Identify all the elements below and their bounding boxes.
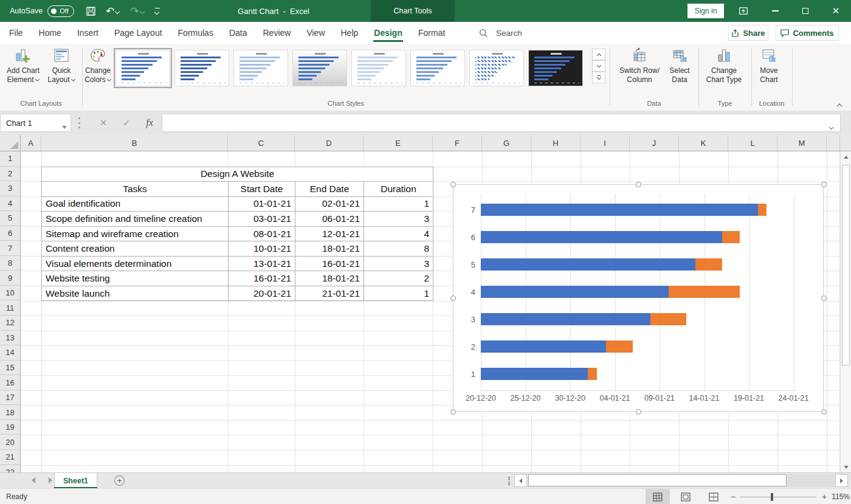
column-header-B[interactable]: B	[41, 135, 228, 151]
menu-tab-design[interactable]: Design	[366, 22, 410, 44]
row-header-7[interactable]: 7	[0, 241, 20, 256]
gallery-scroll-up-button[interactable]	[592, 49, 605, 60]
cell[interactable]: Scope definition and timeline creation	[42, 212, 229, 227]
bar-segment-duration[interactable]	[650, 313, 686, 325]
gantt-chart[interactable]: 20-12-2025-12-2030-12-2004-01-2109-01-21…	[453, 184, 824, 412]
column-header-G[interactable]: G	[482, 135, 531, 151]
menu-tab-review[interactable]: Review	[255, 22, 299, 44]
cell[interactable]: 1	[364, 286, 433, 302]
scroll-right-arrow-icon[interactable]	[835, 474, 848, 487]
menu-tab-home[interactable]: Home	[31, 22, 69, 44]
row-header-19[interactable]: 19	[0, 420, 20, 435]
menu-tab-file[interactable]: File	[1, 22, 31, 44]
insert-function-button[interactable]: fx	[140, 114, 159, 132]
chart-style-thumbnail-4[interactable]	[292, 50, 347, 86]
cell[interactable]: 8	[364, 241, 433, 257]
menu-tab-page-layout[interactable]: Page Layout	[106, 22, 170, 44]
maximize-button[interactable]	[792, 0, 819, 22]
row-header-14[interactable]: 14	[0, 345, 20, 361]
ribbon-display-options-button[interactable]	[730, 0, 757, 22]
cell[interactable]: 20-01-21	[229, 286, 295, 302]
formula-bar-resize-handle[interactable]	[78, 117, 80, 128]
chart-style-thumbnail-6[interactable]	[410, 50, 465, 86]
sign-in-button[interactable]: Sign in	[687, 4, 724, 18]
column-header-L[interactable]: L	[728, 135, 777, 151]
bar-segment-duration[interactable]	[588, 368, 597, 380]
menu-tab-view[interactable]: View	[298, 22, 332, 44]
scroll-up-arrow-icon[interactable]	[841, 151, 851, 162]
cell[interactable]: 01-01-21	[229, 197, 295, 212]
column-header-D[interactable]: D	[295, 135, 363, 151]
chart-style-thumbnail-5[interactable]	[351, 50, 406, 86]
grid-area[interactable]: Design A WebsiteTasksStart DateEnd DateD…	[21, 151, 851, 472]
cell[interactable]: Content creation	[42, 241, 229, 257]
formula-bar-expand-icon[interactable]	[829, 122, 834, 133]
row-header-5[interactable]: 5	[0, 211, 20, 226]
row-header-10[interactable]: 10	[0, 286, 20, 301]
cell[interactable]: 02-01-21	[295, 197, 364, 212]
close-button[interactable]: ✕	[822, 0, 849, 22]
row-header-17[interactable]: 17	[0, 390, 20, 406]
autosave-toggle[interactable]: Off	[47, 5, 74, 17]
row-header-13[interactable]: 13	[0, 331, 20, 346]
normal-view-button[interactable]	[646, 489, 670, 504]
cell-title[interactable]: Design A Website	[42, 167, 433, 182]
cell[interactable]: 12-01-21	[295, 227, 364, 242]
select-data-button[interactable]: Select Data	[664, 46, 695, 85]
selection-handle[interactable]	[450, 295, 456, 301]
next-sheet-arrow-icon[interactable]	[49, 477, 52, 483]
tab-scrollbar-splitter[interactable]	[508, 477, 510, 485]
bar-segment-start[interactable]	[481, 258, 695, 271]
bar-segment-start[interactable]	[481, 286, 669, 298]
new-sheet-button[interactable]: +	[114, 475, 125, 486]
cell[interactable]: Visual elements determination	[42, 257, 229, 272]
column-header-E[interactable]: E	[363, 135, 433, 151]
vertical-scroll-thumb[interactable]	[842, 165, 850, 365]
zoom-slider[interactable]	[740, 497, 816, 498]
selection-handle[interactable]	[636, 182, 641, 187]
sheet-tab-sheet1[interactable]: Sheet1	[54, 473, 97, 488]
bar-segment-start[interactable]	[481, 368, 588, 380]
quick-layout-button[interactable]: Quick Layout	[44, 46, 79, 85]
row-header-9[interactable]: 9	[0, 271, 20, 286]
bar-segment-duration[interactable]	[695, 258, 722, 271]
row-header-15[interactable]: 15	[0, 361, 20, 376]
cell-header[interactable]: Duration	[364, 182, 433, 197]
cell[interactable]: 13-01-21	[229, 257, 295, 272]
cell[interactable]: 16-01-21	[295, 257, 364, 272]
column-header-C[interactable]: C	[228, 135, 295, 151]
scroll-left-arrow-icon[interactable]	[514, 474, 527, 487]
cancel-button[interactable]: ✕	[94, 114, 112, 132]
name-box[interactable]: Chart 1	[0, 114, 71, 132]
cell-header[interactable]: Tasks	[42, 182, 229, 197]
search-box[interactable]: Search	[479, 22, 522, 44]
cell[interactable]: 1	[364, 197, 433, 212]
row-header-1[interactable]: 1	[0, 151, 20, 167]
zoom-level[interactable]: 115%	[825, 489, 850, 504]
zoom-out-button[interactable]: −	[727, 489, 739, 504]
row-header-4[interactable]: 4	[0, 196, 20, 212]
cell[interactable]: 3	[364, 212, 433, 227]
bar-segment-duration[interactable]	[669, 286, 740, 298]
cell[interactable]: 4	[364, 227, 433, 242]
save-icon[interactable]	[86, 7, 95, 16]
cell[interactable]: 3	[364, 257, 433, 272]
minimize-button[interactable]	[762, 0, 788, 22]
chart-style-thumbnail-7[interactable]	[469, 50, 524, 86]
column-header-H[interactable]: H	[531, 135, 581, 151]
selection-handle[interactable]	[450, 182, 456, 187]
chart-style-thumbnail-1[interactable]	[115, 50, 170, 86]
cell[interactable]: 08-01-21	[229, 227, 295, 242]
column-header-F[interactable]: F	[433, 135, 482, 151]
row-header-18[interactable]: 18	[0, 405, 20, 420]
select-all-corner[interactable]	[0, 135, 21, 151]
row-header-21[interactable]: 21	[0, 450, 20, 465]
selection-handle[interactable]	[636, 409, 641, 415]
selection-handle[interactable]	[821, 409, 827, 415]
bar-segment-duration[interactable]	[606, 340, 633, 353]
cell[interactable]: 2	[364, 271, 433, 286]
cell[interactable]: 18-01-21	[295, 271, 364, 286]
column-header-A[interactable]: A	[21, 135, 41, 151]
enter-button[interactable]: ✓	[117, 114, 136, 132]
comments-button[interactable]: Comments	[776, 25, 839, 41]
